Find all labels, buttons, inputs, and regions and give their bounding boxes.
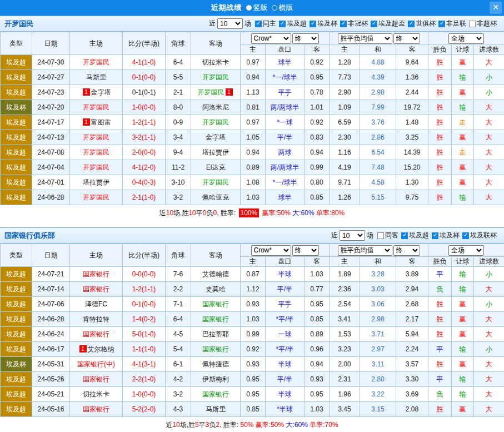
team-label: 国家银行 bbox=[202, 300, 229, 308]
odds-handicap: 平/半 bbox=[266, 282, 305, 297]
away-team: 史莫哈 bbox=[191, 282, 241, 297]
corner-score: 3-2 bbox=[166, 387, 191, 402]
filter-checkbox-0[interactable]: 同客 bbox=[377, 231, 398, 240]
corner-score: 2-2 bbox=[166, 282, 191, 297]
red-card-badge: 1 bbox=[79, 345, 87, 352]
odds-home: 0.92 bbox=[241, 342, 266, 357]
col-header-type: 类型 bbox=[1, 244, 32, 267]
odds-group-header: Crow*终 bbox=[241, 32, 330, 45]
summary-segment: 单率:80% bbox=[315, 208, 345, 218]
scope-select[interactable]: 全场 bbox=[448, 33, 484, 44]
match-score: 1-1(1-0) bbox=[123, 342, 166, 357]
avg-home-value: 2.30 bbox=[330, 130, 360, 145]
checkbox-icon[interactable] bbox=[408, 21, 415, 27]
corner-score: 3-4 bbox=[166, 130, 191, 145]
filter-checkbox-2[interactable]: 埃及杯 bbox=[432, 231, 460, 240]
odds-time-select[interactable]: 终 bbox=[292, 33, 319, 44]
checkbox-icon[interactable] bbox=[438, 21, 445, 27]
summary-segment: 100% bbox=[239, 208, 260, 217]
match-type: 埃及超 bbox=[1, 130, 32, 145]
avg-time-select[interactable]: 终 bbox=[393, 33, 420, 44]
team-section: 国家银行俱乐部 近 10 场 同客埃及超埃及杯埃及联杯 类型 日期 主场 比 bbox=[0, 227, 504, 432]
avg-draw-value: 7.48 bbox=[360, 160, 396, 175]
filter-checkbox-4[interactable]: 埃及超盃 bbox=[371, 19, 405, 28]
radio-selected-icon[interactable] bbox=[246, 5, 252, 11]
radio-unselected-icon[interactable] bbox=[272, 5, 277, 11]
close-icon[interactable]: ✕ bbox=[490, 2, 502, 14]
odds-home: 0.87 bbox=[241, 267, 266, 282]
avg-draw-value: 3.28 bbox=[360, 267, 396, 282]
match-count-select[interactable]: 10 bbox=[340, 230, 365, 241]
checkbox-icon[interactable] bbox=[310, 21, 316, 27]
layout-radio-vertical[interactable]: 竖版 bbox=[246, 3, 268, 13]
sub-header-avg-away: 客 bbox=[396, 257, 428, 267]
home-team: 国家银行 bbox=[70, 327, 123, 342]
team-label: 国家银行 bbox=[202, 315, 229, 323]
odds-time-select[interactable]: 终 bbox=[292, 245, 319, 256]
odds-away: 0.95 bbox=[305, 297, 330, 312]
filter-checkbox-0[interactable]: 同主 bbox=[255, 19, 276, 28]
filter-checkbox-5[interactable]: 世俱杯 bbox=[408, 19, 436, 28]
checkbox-icon[interactable] bbox=[279, 21, 286, 27]
avg-draw-value: 3.76 bbox=[360, 115, 396, 130]
checkbox-icon[interactable] bbox=[255, 21, 262, 27]
summary-segment: 赢率:50% bbox=[254, 420, 285, 430]
filter-checkbox-2[interactable]: 埃及杯 bbox=[310, 19, 337, 28]
summary-segment: , 胜率: bbox=[217, 208, 237, 218]
odds-away: 0.99 bbox=[305, 160, 330, 175]
summary-segment: 50% bbox=[241, 421, 254, 429]
avg-time-select[interactable]: 终 bbox=[393, 245, 420, 256]
filter-checkbox-3[interactable]: 埃及联杯 bbox=[462, 231, 497, 240]
home-team: 开罗国民 bbox=[70, 130, 123, 145]
result-wdl: 平 bbox=[428, 267, 452, 282]
scope-select[interactable]: 全场 bbox=[448, 245, 484, 256]
league-filter-checkboxes: 同主埃及超埃及杯非冠杯埃及超盃世俱杯非足联非超杯 bbox=[255, 19, 500, 28]
filter-bar: 近 10 场 同客埃及超埃及杯埃及联杯 bbox=[331, 230, 500, 241]
team-label: 肯特拉特 bbox=[83, 315, 109, 323]
panel-title: 近期战绩 bbox=[211, 3, 242, 13]
checkbox-icon[interactable] bbox=[340, 21, 347, 27]
checkbox-icon[interactable] bbox=[469, 21, 476, 27]
summary-segment: 3 bbox=[206, 421, 209, 429]
odds-handicap: *半球 bbox=[266, 402, 305, 417]
summary-segment: 10 bbox=[188, 209, 196, 217]
checkbox-icon[interactable] bbox=[377, 232, 384, 239]
filter-checkbox-1[interactable]: 埃及超 bbox=[279, 19, 307, 28]
odds-handicap: 半球 bbox=[266, 357, 305, 372]
odds-away: 0.95 bbox=[305, 70, 330, 85]
checkbox-label: 非冠杯 bbox=[348, 19, 368, 28]
odds-source-select[interactable]: Crow* bbox=[251, 33, 291, 44]
team-label: 开罗国民 bbox=[202, 118, 229, 126]
avg-type-select[interactable]: 胜平负均值 bbox=[338, 33, 392, 44]
summary-segment: 平 bbox=[199, 420, 206, 430]
checkbox-icon[interactable] bbox=[432, 232, 438, 239]
filter-checkbox-1[interactable]: 埃及超 bbox=[401, 231, 429, 240]
col-header-home: 主场 bbox=[70, 32, 123, 55]
match-date: 24-07-21 bbox=[32, 267, 70, 282]
match-type: 埃及超 bbox=[1, 372, 32, 387]
filter-checkbox-6[interactable]: 非足联 bbox=[438, 19, 466, 28]
checkbox-icon[interactable] bbox=[401, 232, 408, 239]
result-wdl: 胜 bbox=[428, 160, 452, 175]
checkbox-icon[interactable] bbox=[462, 232, 469, 239]
match-date: 24-06-28 bbox=[32, 190, 70, 205]
col-header-date: 日期 bbox=[32, 244, 70, 267]
filter-checkbox-7[interactable]: 非超杯 bbox=[469, 19, 497, 28]
odds-home: 1.13 bbox=[241, 85, 266, 100]
layout-radio-horizontal[interactable]: 横版 bbox=[272, 3, 293, 13]
odds-handicap: 两球 bbox=[266, 145, 305, 160]
match-score: 1-0(0-0) bbox=[123, 387, 166, 402]
avg-type-select[interactable]: 胜平负均值 bbox=[338, 245, 392, 256]
filter-checkbox-3[interactable]: 非冠杯 bbox=[340, 19, 368, 28]
away-team: 国家银行 bbox=[191, 297, 241, 312]
odds-source-select[interactable]: Crow* bbox=[251, 245, 291, 256]
avg-away-value: 1.30 bbox=[396, 175, 428, 190]
team-label: 富图雷 bbox=[91, 118, 111, 126]
checkbox-icon[interactable] bbox=[371, 21, 377, 27]
col-header-away: 客场 bbox=[191, 244, 241, 267]
match-score: 4-1(2-0) bbox=[123, 160, 166, 175]
match-type: 埃及超 bbox=[1, 327, 32, 342]
sub-header-goals: 进球数 bbox=[474, 45, 504, 55]
summary-segment: 单率:70% bbox=[308, 420, 338, 430]
match-count-select[interactable]: 10 bbox=[217, 18, 243, 29]
